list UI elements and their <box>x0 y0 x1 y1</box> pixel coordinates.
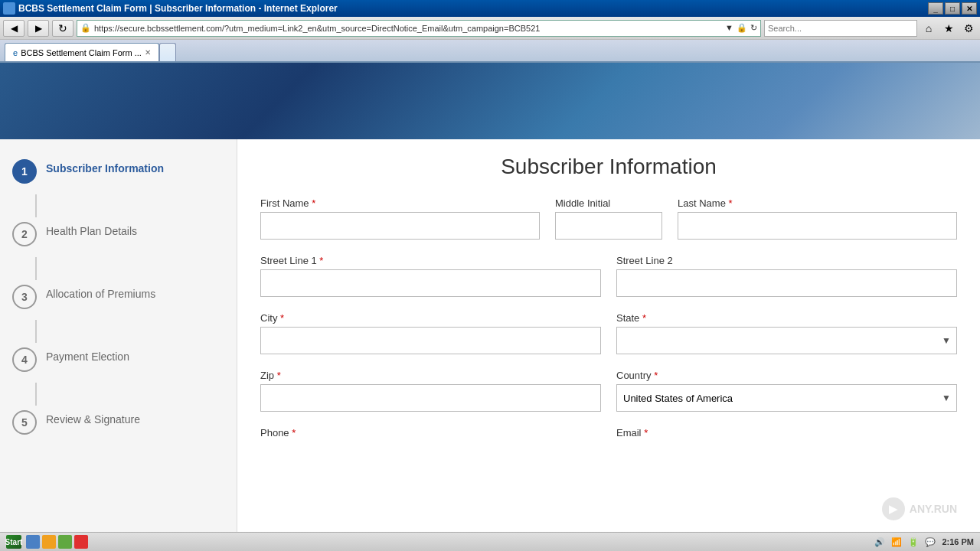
top-banner <box>0 63 980 139</box>
street2-input[interactable] <box>616 269 957 297</box>
step-circle-5: 5 <box>12 410 37 435</box>
email-label: Email * <box>616 427 957 439</box>
state-select-wrapper: ▼ <box>616 327 957 354</box>
step-3-label: Allocation of Premiums <box>46 285 155 300</box>
step-connector-1-2 <box>35 194 37 217</box>
step-1-label: Subscriber Information <box>46 159 164 174</box>
step-circle-3: 3 <box>12 285 37 309</box>
first-name-label: First Name * <box>260 197 540 209</box>
tab-new[interactable] <box>159 43 176 61</box>
network-icon: 📶 <box>891 537 902 547</box>
ie-taskbar-icon[interactable] <box>26 535 40 549</box>
state-required: * <box>642 312 646 324</box>
minimize-button[interactable]: _ <box>928 2 943 15</box>
country-select-wrapper: United States of America ▼ <box>616 384 957 412</box>
watermark: ▶ ANY.RUN <box>882 497 957 520</box>
state-group: State * ▼ <box>616 312 957 354</box>
first-name-input[interactable] <box>260 212 540 240</box>
state-label: State * <box>616 312 957 324</box>
tab-label: BCBS Settlement Claim Form ... <box>21 48 142 57</box>
favorites-button[interactable]: ★ <box>940 20 957 37</box>
home-button[interactable]: ⌂ <box>920 20 937 37</box>
email-group: Email * <box>616 427 957 439</box>
start-button[interactable]: Start <box>6 535 21 549</box>
phone-group: Phone * <box>260 427 601 439</box>
zip-label: Zip * <box>260 370 601 381</box>
tab-bar: e BCBS Settlement Claim Form ... ✕ <box>0 40 980 63</box>
step-2-label: Health Plan Details <box>46 222 137 237</box>
step-item-3[interactable]: 3 Allocation of Premiums <box>12 280 224 314</box>
step-4-label: Payment Election <box>46 347 129 363</box>
step-item-5[interactable]: 5 Review & Signature <box>12 406 224 439</box>
phone-label: Phone * <box>260 427 601 439</box>
window-controls[interactable]: _ □ ✕ <box>928 2 977 15</box>
last-name-label: Last Name * <box>678 197 957 209</box>
street1-label: Street Line 1 * <box>260 255 601 266</box>
country-label: Country * <box>616 370 957 381</box>
country-select[interactable]: United States of America <box>616 384 957 412</box>
speaker-icon: 🔊 <box>874 537 885 547</box>
step-item-4[interactable]: 4 Payment Election <box>12 343 224 377</box>
country-required: * <box>654 370 658 381</box>
anyrun-play-icon: ▶ <box>882 497 905 520</box>
ie-toolbar: ◀ ▶ ↻ 🔒 https://secure.bcbssettlement.co… <box>0 17 980 40</box>
notification-icon: 💬 <box>925 537 936 547</box>
address-bar[interactable]: 🔒 https://secure.bcbssettlement.com/?utm… <box>77 20 761 37</box>
lock-icon: 🔒 <box>737 23 747 33</box>
start-label: Start <box>5 538 23 546</box>
country-group: Country * United States of America ▼ <box>616 370 957 412</box>
street1-input[interactable] <box>260 269 601 297</box>
street1-required: * <box>319 255 323 266</box>
battery-icon: 🔋 <box>908 537 919 547</box>
security-taskbar-icon[interactable] <box>74 535 88 549</box>
content-area: 1 Subscriber Information 2 Health Plan D… <box>0 139 980 532</box>
tab-close-button[interactable]: ✕ <box>145 48 151 57</box>
back-button[interactable]: ◀ <box>3 20 24 37</box>
step-circle-2: 2 <box>12 222 37 246</box>
main-form: Subscriber Information First Name * Midd… <box>237 139 980 532</box>
zip-required: * <box>277 370 281 381</box>
step-connector-4-5 <box>35 383 37 406</box>
step-5-label: Review & Signature <box>46 410 140 425</box>
middle-initial-group: Middle Initial <box>555 197 662 240</box>
step-connector-3-4 <box>35 320 37 343</box>
search-input[interactable] <box>764 20 917 37</box>
step-connector-2-3 <box>35 257 37 280</box>
forward-button[interactable]: ▶ <box>28 20 49 37</box>
street2-group: Street Line 2 <box>616 255 957 297</box>
folder-taskbar-icon[interactable] <box>42 535 56 549</box>
first-name-group: First Name * <box>260 197 540 240</box>
last-name-input[interactable] <box>678 212 957 240</box>
city-input[interactable] <box>260 327 601 354</box>
name-row: First Name * Middle Initial Last Name * <box>260 197 957 240</box>
tab-bcbs[interactable]: e BCBS Settlement Claim Form ... ✕ <box>5 43 159 61</box>
window-title: BCBS Settlement Claim Form | Subscriber … <box>18 3 338 14</box>
last-name-required: * <box>729 197 733 209</box>
url-text: https://secure.bcbssettlement.com/?utm_m… <box>94 24 540 33</box>
step-item-1[interactable]: 1 Subscriber Information <box>12 155 224 188</box>
state-select[interactable] <box>616 327 957 354</box>
form-title: Subscriber Information <box>260 155 957 179</box>
ie-icon <box>3 2 15 15</box>
street2-label: Street Line 2 <box>616 255 957 266</box>
app-taskbar-icon[interactable] <box>58 535 72 549</box>
dropdown-arrow[interactable]: ▼ <box>725 23 733 33</box>
step-circle-4: 4 <box>12 347 37 372</box>
settings-button[interactable]: ⚙ <box>960 20 977 37</box>
street-row: Street Line 1 * Street Line 2 <box>260 255 957 297</box>
street1-group: Street Line 1 * <box>260 255 601 297</box>
step-item-2[interactable]: 2 Health Plan Details <box>12 217 224 251</box>
refresh-button[interactable]: ↻ <box>52 20 74 37</box>
anyrun-text: ANY.RUN <box>910 503 957 515</box>
sidebar: 1 Subscriber Information 2 Health Plan D… <box>0 139 237 532</box>
last-name-group: Last Name * <box>678 197 957 240</box>
refresh-addr-icon[interactable]: ↻ <box>750 23 757 33</box>
middle-initial-label: Middle Initial <box>555 197 662 209</box>
zip-input[interactable] <box>260 384 601 412</box>
maximize-button[interactable]: □ <box>945 2 960 15</box>
email-required: * <box>644 427 648 439</box>
close-button[interactable]: ✕ <box>962 2 977 15</box>
city-label: City * <box>260 312 601 324</box>
status-right: 🔊 📶 🔋 💬 2:16 PM <box>874 537 974 547</box>
middle-initial-input[interactable] <box>555 212 662 240</box>
